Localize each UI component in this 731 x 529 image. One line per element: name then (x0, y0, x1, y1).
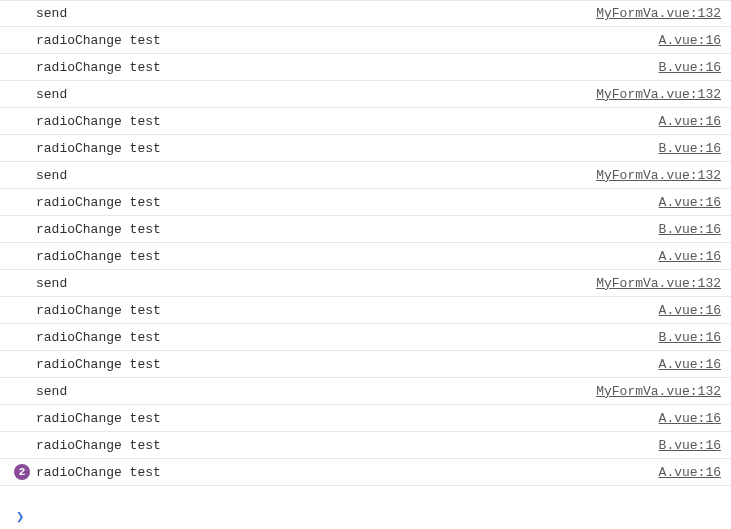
log-row: radioChange testB.vue:16 (0, 54, 731, 81)
log-source-link[interactable]: B.vue:16 (659, 222, 721, 237)
log-message: radioChange test (36, 249, 161, 264)
log-message: radioChange test (36, 330, 161, 345)
log-message: radioChange test (36, 141, 161, 156)
log-message: send (36, 384, 67, 399)
log-message: radioChange test (36, 357, 161, 372)
log-row: radioChange testA.vue:16 (0, 405, 731, 432)
log-message: radioChange test (36, 114, 161, 129)
log-message: radioChange test (36, 195, 161, 210)
log-row: sendMyFormVa.vue:132 (0, 0, 731, 27)
log-source-link[interactable]: MyFormVa.vue:132 (596, 276, 721, 291)
log-row: radioChange testA.vue:16 (0, 243, 731, 270)
log-source-link[interactable]: A.vue:16 (659, 249, 721, 264)
log-row: sendMyFormVa.vue:132 (0, 378, 731, 405)
log-row: sendMyFormVa.vue:132 (0, 162, 731, 189)
log-list: sendMyFormVa.vue:132radioChange testA.vu… (0, 0, 731, 504)
log-row: radioChange testA.vue:16 (0, 27, 731, 54)
console-prompt[interactable]: ❯ (0, 504, 731, 529)
log-source-link[interactable]: MyFormVa.vue:132 (596, 168, 721, 183)
prompt-chevron-icon: ❯ (16, 508, 24, 525)
log-row: radioChange testB.vue:16 (0, 135, 731, 162)
log-row: sendMyFormVa.vue:132 (0, 270, 731, 297)
log-message: radioChange test (36, 465, 161, 480)
log-message: send (36, 6, 67, 21)
log-row: radioChange testB.vue:16 (0, 324, 731, 351)
log-source-link[interactable]: B.vue:16 (659, 438, 721, 453)
log-row: radioChange testA.vue:16 (0, 189, 731, 216)
console-panel: sendMyFormVa.vue:132radioChange testA.vu… (0, 0, 731, 529)
log-source-link[interactable]: A.vue:16 (659, 33, 721, 48)
log-message: send (36, 87, 67, 102)
log-source-link[interactable]: A.vue:16 (659, 411, 721, 426)
log-message: send (36, 276, 67, 291)
log-source-link[interactable]: MyFormVa.vue:132 (596, 384, 721, 399)
log-message: radioChange test (36, 33, 161, 48)
log-source-link[interactable]: A.vue:16 (659, 114, 721, 129)
log-row: radioChange testB.vue:16 (0, 216, 731, 243)
log-message: radioChange test (36, 411, 161, 426)
log-message: send (36, 168, 67, 183)
log-row: radioChange testB.vue:16 (0, 432, 731, 459)
log-source-link[interactable]: A.vue:16 (659, 195, 721, 210)
log-source-link[interactable]: A.vue:16 (659, 303, 721, 318)
log-row: 2radioChange testA.vue:16 (0, 459, 731, 486)
log-source-link[interactable]: MyFormVa.vue:132 (596, 6, 721, 21)
log-message: radioChange test (36, 438, 161, 453)
log-source-link[interactable]: B.vue:16 (659, 60, 721, 75)
log-row: radioChange testA.vue:16 (0, 351, 731, 378)
log-row: radioChange testA.vue:16 (0, 108, 731, 135)
log-row: radioChange testA.vue:16 (0, 297, 731, 324)
log-source-link[interactable]: A.vue:16 (659, 357, 721, 372)
log-message: radioChange test (36, 60, 161, 75)
log-row: sendMyFormVa.vue:132 (0, 81, 731, 108)
log-source-link[interactable]: B.vue:16 (659, 330, 721, 345)
log-message: radioChange test (36, 222, 161, 237)
log-source-link[interactable]: B.vue:16 (659, 141, 721, 156)
log-message: radioChange test (36, 303, 161, 318)
log-source-link[interactable]: A.vue:16 (659, 465, 721, 480)
log-source-link[interactable]: MyFormVa.vue:132 (596, 87, 721, 102)
repeat-count-badge: 2 (14, 464, 30, 480)
